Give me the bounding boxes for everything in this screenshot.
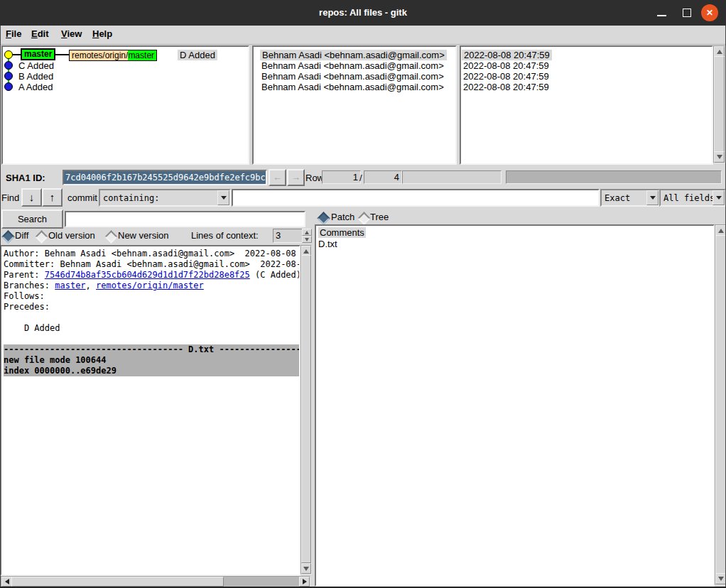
chevron-down-icon[interactable]	[217, 190, 229, 205]
file-list-pane: Comments D.txt	[315, 224, 715, 587]
diff-file-separator: ----------------------------------- D.tx…	[4, 344, 299, 355]
sha1-entry[interactable]: 7cd04006f2b167b245525d9642e9bdfe2efc9bc2	[63, 170, 267, 185]
remote-prefix: remotes/origin/	[70, 50, 128, 60]
remote-name: master	[128, 50, 156, 60]
context-entry[interactable]	[402, 170, 502, 184]
find-fields-value: All fields	[661, 193, 713, 203]
history-forward-button[interactable]: →	[287, 169, 305, 186]
date-row[interactable]: 2022-08-08 20:47:59	[463, 82, 549, 92]
author-row[interactable]: Behnam Asadi <behnam.asadi@gmail.com>	[260, 50, 447, 60]
minimize-icon[interactable]	[657, 15, 666, 16]
commit-node-head[interactable]	[4, 50, 13, 59]
menu-help[interactable]: Help	[92, 28, 112, 39]
find-query-value[interactable]	[233, 190, 601, 207]
close-icon[interactable]: ✕	[701, 4, 718, 21]
find-match-mode-select[interactable]: containing:	[99, 189, 231, 207]
find-query-input[interactable]	[232, 189, 600, 207]
window-title: repos: All files - gitk	[0, 0, 726, 26]
detail-h-scrollbar[interactable]	[1, 576, 310, 587]
commit-row-subject[interactable]: B Added	[18, 71, 53, 82]
diff-mode-line: new file mode 100644	[4, 355, 299, 366]
scroll-left-icon[interactable]	[1, 577, 12, 587]
scroll-down-icon[interactable]	[715, 573, 726, 584]
radio-new-version[interactable]	[104, 230, 117, 243]
menu-edit[interactable]: Edit	[31, 28, 49, 39]
diff-index-line: index 0000000..e69de29	[4, 366, 299, 376]
scroll-down-icon[interactable]	[301, 563, 311, 574]
commit-node[interactable]	[4, 82, 13, 91]
search-input[interactable]	[65, 211, 305, 227]
author-row[interactable]: Behnam Asadi <behnam.asadi@gmail.com>	[261, 71, 444, 82]
lines-of-context-label: Lines of context:	[191, 230, 259, 241]
branch-remote-link[interactable]: remotes/origin/master	[96, 281, 204, 290]
commit-detail-pane[interactable]: Author: Behnam Asadi <behnam.asadi@gmail…	[0, 245, 300, 576]
sha1-label: SHA1 ID:	[6, 173, 45, 183]
lines-of-context-stepper[interactable]	[302, 229, 312, 243]
radio-tree[interactable]	[357, 212, 370, 224]
branch-tag-remote[interactable]: remotes/origin/master	[69, 50, 157, 61]
chevron-down-icon[interactable]	[646, 190, 659, 205]
parent-sha-link[interactable]: 7546d74b8af35cb604d629d1d1d7f22bd28e8f25	[45, 270, 250, 280]
find-prev-button[interactable]: ↑	[42, 188, 63, 207]
author-panel: Behnam Asadi <behnam.asadi@gmail.com> Be…	[252, 45, 457, 165]
commit-node[interactable]	[4, 72, 13, 80]
commit-row-subject[interactable]: C Added	[18, 60, 54, 71]
blank-line	[4, 312, 299, 323]
menu-file[interactable]: File	[6, 28, 21, 39]
find-fields-select[interactable]: All fields	[659, 189, 726, 207]
find-label: Find	[1, 192, 19, 203]
history-back-button[interactable]: ←	[269, 169, 286, 186]
file-list-item[interactable]: D.txt	[316, 239, 713, 250]
commit-branches-line: Branches: master, remotes/origin/master	[4, 281, 299, 291]
date-panel: 2022-08-08 20:47:59 2022-08-08 20:47:59 …	[460, 45, 713, 165]
sha1-value: 7cd04006f2b167b245525d9642e9bdfe2efc9bc2	[64, 171, 266, 184]
scroll-down-icon[interactable]	[714, 151, 725, 163]
search-value[interactable]	[66, 212, 307, 227]
date-row[interactable]: 2022-08-08 20:47:59	[463, 71, 549, 82]
stepper-down-icon[interactable]	[302, 236, 312, 243]
date-row[interactable]: 2022-08-08 20:47:59	[462, 50, 552, 60]
lines-of-context-entry[interactable]: 3	[273, 229, 304, 243]
maximize-icon[interactable]	[683, 9, 691, 17]
radio-old-version[interactable]	[35, 230, 48, 243]
commit-row-subject[interactable]: A Added	[18, 82, 53, 92]
radio-diff[interactable]	[1, 230, 14, 243]
detail-scrollbar[interactable]	[300, 245, 312, 575]
file-list-item[interactable]: Comments	[316, 227, 713, 239]
scrollbar-thumb[interactable]	[301, 255, 311, 563]
commit-committer-line: Committer: Behnam Asadi <behnam.asadi@gm…	[4, 259, 299, 270]
row-current-entry[interactable]: 1	[322, 170, 361, 184]
scrollbar-thumb[interactable]	[715, 235, 726, 575]
radio-tree-label[interactable]: Tree	[370, 212, 389, 222]
radio-diff-label[interactable]: Diff	[15, 230, 28, 241]
branch-tag-master[interactable]: master	[21, 48, 55, 60]
author-row[interactable]: Behnam Asadi <behnam.asadi@gmail.com>	[261, 82, 444, 92]
menu-bar: File Edit View Help	[0, 26, 726, 45]
row-total-entry[interactable]: 4	[364, 170, 402, 184]
search-button[interactable]: Search	[1, 209, 63, 229]
scroll-right-icon[interactable]	[299, 577, 310, 587]
radio-old-version-label[interactable]: Old version	[48, 230, 95, 241]
file-list-scrollbar[interactable]	[715, 224, 726, 585]
radio-patch-label[interactable]: Patch	[331, 212, 354, 222]
radio-new-version-label[interactable]: New version	[118, 230, 169, 241]
radio-patch[interactable]	[317, 212, 330, 224]
row-separator: /	[359, 173, 362, 183]
commit-parent-line: Parent: 7546d74b8af35cb604d629d1d1d7f22b…	[4, 270, 299, 281]
scrollbar-thumb[interactable]	[11, 577, 224, 587]
find-next-button[interactable]: ↓	[21, 188, 42, 207]
date-row[interactable]: 2022-08-08 20:47:59	[463, 60, 549, 71]
stepper-up-icon[interactable]	[302, 229, 312, 236]
find-match-mode-value: containing:	[100, 193, 217, 203]
branch-master-link[interactable]: master	[55, 281, 85, 290]
find-match-case-select[interactable]: Exact	[600, 189, 660, 207]
commit-row-subject[interactable]: D Added	[178, 50, 217, 60]
commit-list-scrollbar[interactable]	[713, 45, 725, 163]
commit-node[interactable]	[4, 61, 13, 70]
blank-line	[4, 334, 299, 344]
scrollbar-thumb[interactable]	[714, 56, 725, 153]
author-row[interactable]: Behnam Asadi <behnam.asadi@gmail.com>	[261, 60, 444, 71]
chevron-down-icon[interactable]	[713, 190, 725, 205]
commit-precedes-line: Precedes:	[4, 302, 299, 312]
menu-view[interactable]: View	[61, 28, 82, 39]
